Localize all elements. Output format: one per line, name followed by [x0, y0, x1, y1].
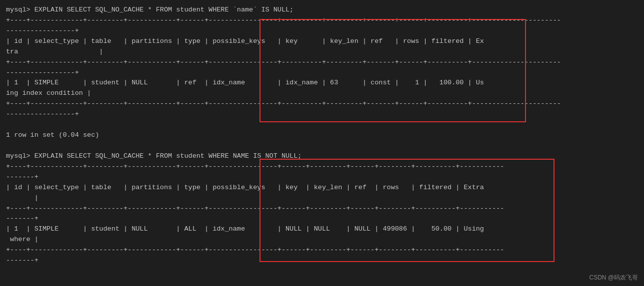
watermark: CSDN @码农飞哥 — [589, 274, 638, 282]
terminal-output: mysql> EXPLAIN SELECT SQL_NO_CACHE * FRO… — [0, 0, 644, 271]
